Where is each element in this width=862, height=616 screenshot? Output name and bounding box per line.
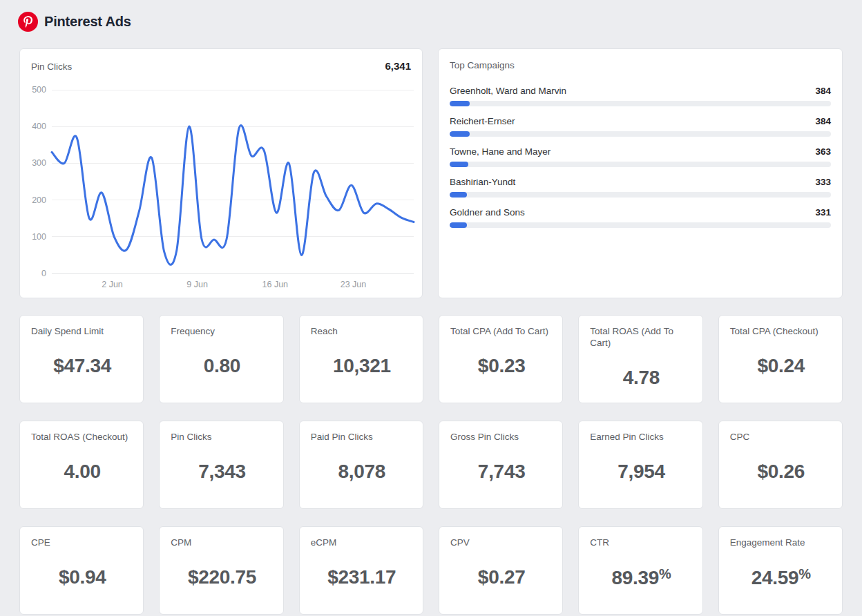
campaign-row-header: Towne, Hane and Mayer363: [450, 146, 831, 157]
campaign-name: Towne, Hane and Mayer: [450, 146, 550, 157]
metric-label: CPC: [730, 431, 832, 443]
metric-label: CPM: [171, 537, 273, 548]
metric-value: 4.00: [31, 461, 133, 483]
campaign-bar-fill: [450, 162, 468, 167]
y-axis-tick: 200: [23, 195, 46, 206]
metric-card: Gross Pin Clicks7,743: [439, 421, 563, 509]
metric-card: Paid Pin Clicks8,078: [299, 421, 423, 509]
campaign-bar-track: [450, 101, 831, 106]
metric-label: CPV: [450, 537, 553, 548]
campaign-bar-fill: [450, 101, 470, 106]
metric-card: eCPM$231.17: [299, 526, 423, 615]
campaign-bar-track: [450, 131, 831, 137]
metric-card: CPM$220.75: [159, 526, 283, 615]
campaign-list: Greenholt, Ward and Marvin384Reichert-Er…: [450, 86, 831, 228]
y-axis-tick: 300: [23, 157, 46, 169]
metric-value: $0.24: [730, 355, 832, 377]
campaign-bar-fill: [450, 131, 470, 137]
pin-clicks-card-title: Pin Clicks: [31, 61, 72, 72]
campaign-row: Bashirian-Yundt333: [450, 177, 831, 198]
metric-value: $0.23: [450, 355, 553, 377]
metric-card: Total CPA (Checkout)$0.24: [718, 315, 843, 403]
metric-value: 24.59%: [730, 566, 832, 589]
metric-value: 8,078: [311, 461, 413, 483]
campaign-value: 384: [815, 116, 831, 126]
campaign-row-header: Greenholt, Ward and Marvin384: [450, 86, 831, 96]
campaign-row-header: Goldner and Sons331: [450, 207, 831, 218]
metric-value: 10,321: [311, 355, 413, 377]
metric-card: Total ROAS (Checkout)4.00: [19, 421, 144, 509]
campaign-row: Towne, Hane and Mayer363: [450, 146, 831, 167]
metric-value-suffix: %: [798, 566, 810, 581]
x-axis-tick: 2 Jun: [85, 279, 140, 290]
pin-clicks-series-line: [52, 125, 414, 264]
y-axis-tick: 500: [23, 84, 46, 95]
metric-value: $0.27: [450, 566, 553, 588]
y-axis-tick: 100: [23, 231, 46, 242]
campaign-bar-fill: [450, 222, 467, 228]
metric-card: Frequency0.80: [159, 315, 283, 403]
app-header: Pinterest Ads: [0, 0, 862, 31]
metric-label: Frequency: [171, 325, 273, 337]
campaign-name: Greenholt, Ward and Marvin: [450, 86, 566, 96]
metric-label: Total CPA (Add To Cart): [450, 325, 553, 337]
chart-plot-area: [52, 90, 414, 273]
x-axis-tick: 16 Jun: [247, 279, 303, 290]
metric-label: Earned Pin Clicks: [590, 431, 692, 443]
campaign-value: 384: [815, 86, 831, 96]
campaign-name: Reichert-Ernser: [450, 116, 515, 126]
metric-label: Reach: [311, 325, 413, 337]
metric-card: CPE$0.94: [19, 526, 144, 615]
metric-value: 4.78: [590, 367, 692, 389]
metric-value: $0.26: [730, 461, 832, 483]
top-campaigns-title: Top Campaigns: [450, 60, 831, 70]
metric-value: $0.94: [31, 566, 133, 588]
metric-card: CTR89.39%: [578, 526, 702, 615]
metric-value: $220.75: [171, 566, 273, 588]
pin-clicks-total: 6,341: [385, 60, 411, 72]
top-campaigns-card: Top Campaigns Greenholt, Ward and Marvin…: [438, 48, 843, 298]
metric-label: CTR: [590, 537, 692, 548]
campaign-row: Greenholt, Ward and Marvin384: [450, 86, 831, 106]
metric-card: CPV$0.27: [439, 526, 563, 615]
metric-value: 7,343: [171, 461, 273, 483]
metric-card: Total CPA (Add To Cart)$0.23: [439, 315, 563, 403]
metrics-grid: Daily Spend Limit$47.34Frequency0.80Reac…: [19, 315, 843, 615]
pin-clicks-card: Pin Clicks 6,341 0100200300400500 2 Jun9…: [19, 48, 423, 298]
metric-card: Reach10,321: [299, 315, 423, 403]
pin-clicks-line-chart: [52, 90, 414, 273]
campaign-row: Reichert-Ernser384: [450, 116, 831, 137]
x-axis-tick: 23 Jun: [325, 279, 381, 290]
campaign-name: Bashirian-Yundt: [450, 177, 515, 187]
metric-value: $47.34: [31, 355, 133, 377]
x-axis-tick: 9 Jun: [170, 279, 225, 290]
campaign-row-header: Bashirian-Yundt333: [450, 177, 831, 187]
metric-label: Paid Pin Clicks: [311, 431, 413, 443]
metric-value: 89.39%: [590, 566, 692, 589]
campaign-value: 363: [815, 146, 831, 157]
metric-label: Total ROAS (Add To Cart): [590, 325, 692, 349]
y-axis-tick: 0: [23, 268, 46, 279]
metric-value-suffix: %: [659, 566, 671, 581]
metric-label: Total CPA (Checkout): [730, 325, 832, 337]
top-row: Pin Clicks 6,341 0100200300400500 2 Jun9…: [19, 48, 843, 298]
page-title: Pinterest Ads: [44, 14, 131, 30]
campaign-value: 333: [815, 177, 831, 187]
metric-label: Engagement Rate: [730, 537, 832, 548]
campaign-bar-fill: [450, 192, 467, 198]
y-axis-tick: 400: [23, 121, 46, 132]
metric-card: Total ROAS (Add To Cart)4.78: [578, 315, 702, 403]
metric-value: 7,743: [450, 461, 553, 483]
campaign-bar-track: [450, 222, 831, 228]
metric-label: CPE: [31, 537, 133, 548]
metric-value: 7,954: [590, 461, 692, 483]
metric-value: $231.17: [311, 566, 413, 588]
metric-card: CPC$0.26: [718, 421, 843, 509]
metric-card: Engagement Rate24.59%: [718, 526, 843, 615]
metric-card: Daily Spend Limit$47.34: [19, 315, 144, 403]
metric-card: Earned Pin Clicks7,954: [578, 421, 702, 509]
campaign-bar-track: [450, 192, 831, 198]
metric-label: Pin Clicks: [171, 431, 273, 443]
metric-label: Gross Pin Clicks: [450, 431, 553, 443]
campaign-row-header: Reichert-Ernser384: [450, 116, 831, 126]
